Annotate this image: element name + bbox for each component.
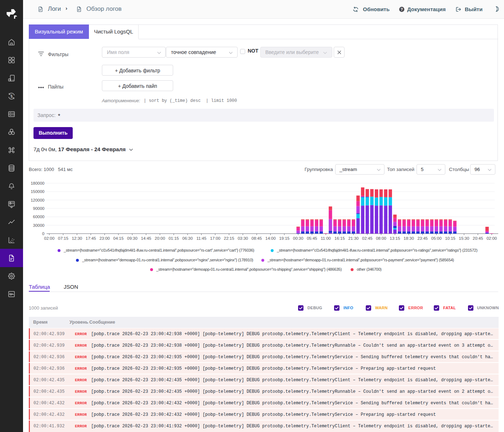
svg-text:20:00: 20:00 <box>155 236 165 240</box>
svg-text:15:30: 15:30 <box>459 236 469 240</box>
svg-text:20:45: 20:45 <box>473 236 483 240</box>
svg-text:11:00: 11:00 <box>321 236 331 240</box>
svg-text:30000: 30000 <box>33 223 45 228</box>
svg-text:05:45: 05:45 <box>307 236 317 240</box>
svg-text:05:00: 05:00 <box>431 236 442 240</box>
svg-text:01:15: 01:15 <box>168 236 179 240</box>
svg-text:13:15: 13:15 <box>390 236 400 240</box>
svg-text:23:00: 23:00 <box>99 236 110 240</box>
svg-text:02:00: 02:00 <box>44 236 55 240</box>
svg-text:12:30: 12:30 <box>72 236 82 240</box>
svg-text:03:30: 03:30 <box>238 236 248 240</box>
svg-text:04:15: 04:15 <box>113 236 124 240</box>
svg-text:19:15: 19:15 <box>279 236 289 240</box>
svg-text:07:15: 07:15 <box>58 236 68 240</box>
svg-text:09:30: 09:30 <box>127 236 138 240</box>
svg-text:17:00: 17:00 <box>210 236 220 240</box>
svg-text:90000: 90000 <box>33 206 45 211</box>
svg-text:22:15: 22:15 <box>224 236 234 240</box>
svg-text:180000: 180000 <box>31 181 44 185</box>
svg-text:11:45: 11:45 <box>196 236 206 240</box>
svg-text:14:45: 14:45 <box>141 236 151 240</box>
svg-text:23:45: 23:45 <box>417 236 428 240</box>
svg-text:08:00: 08:00 <box>376 236 386 240</box>
svg-text:?: ? <box>401 7 403 12</box>
svg-text:150000: 150000 <box>31 189 44 194</box>
svg-text:$: $ <box>10 94 13 98</box>
svg-text:17:45: 17:45 <box>86 236 96 240</box>
svg-text:0: 0 <box>42 231 44 236</box>
svg-text:18:30: 18:30 <box>404 236 414 240</box>
svg-text:21:30: 21:30 <box>348 236 359 240</box>
svg-text:00:30: 00:30 <box>293 236 303 240</box>
svg-text:16:15: 16:15 <box>334 236 345 240</box>
svg-text:120000: 120000 <box>31 198 44 202</box>
svg-text:08:45: 08:45 <box>252 236 262 240</box>
svg-text:60000: 60000 <box>33 215 45 219</box>
svg-text:06:30: 06:30 <box>183 236 193 240</box>
svg-text:10:15: 10:15 <box>445 236 455 240</box>
svg-text:02:45: 02:45 <box>362 236 373 240</box>
svg-text:02:00: 02:00 <box>486 236 497 240</box>
svg-text:14:00: 14:00 <box>265 236 276 240</box>
